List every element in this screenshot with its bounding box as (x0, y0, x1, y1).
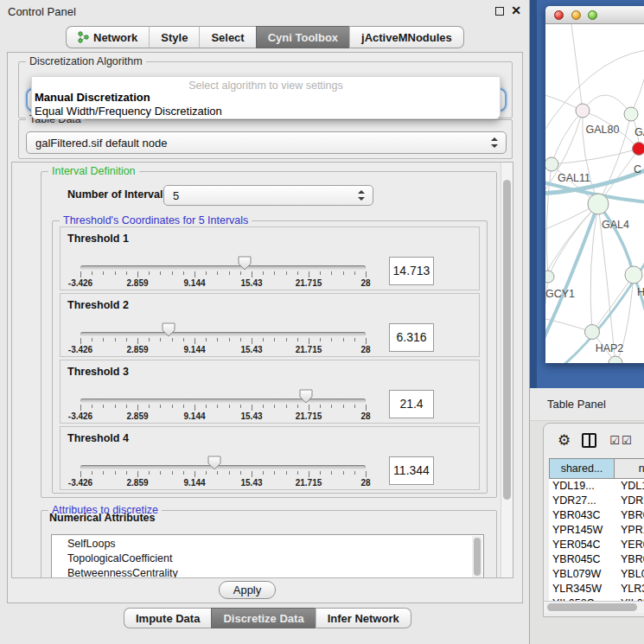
combo-arrows-icon (358, 190, 365, 201)
popup-option-manual-discretization[interactable]: Manual Discretization (35, 91, 150, 104)
threshold-value-field[interactable]: 21.4 (389, 390, 434, 418)
tab-label: Discretize Data (223, 612, 303, 625)
float-window-icon[interactable] (495, 7, 504, 16)
slider-tick (103, 471, 104, 475)
table-horizontal-scrollbar[interactable] (544, 601, 644, 613)
interval-definition-title: Interval Definition (48, 165, 139, 177)
network-node[interactable] (624, 107, 638, 121)
threshold-value-field[interactable]: 6.316 (389, 323, 434, 352)
slider-tick (137, 471, 138, 477)
split-columns-icon[interactable] (582, 433, 596, 448)
slider-tick (274, 271, 275, 275)
scrollbar-thumb[interactable] (547, 603, 637, 611)
threshold-label: Threshold 4 (67, 432, 129, 444)
network-node[interactable] (633, 143, 644, 156)
network-node[interactable] (585, 325, 600, 340)
number-of-intervals-value: 5 (173, 189, 179, 202)
tab-jactivemnodules[interactable]: jActiveMNodules (349, 26, 464, 48)
slider-thumb[interactable] (238, 256, 252, 271)
slider-tick (217, 338, 218, 341)
slider-tick-label: -3.426 (68, 278, 92, 288)
slider-track[interactable] (80, 332, 366, 336)
slider-tick (252, 271, 252, 277)
attribute-item-selfloops[interactable]: SelfLoops (67, 537, 483, 552)
slider-track[interactable] (80, 265, 366, 270)
settings-scrollbar[interactable] (501, 163, 513, 577)
slider-thumb[interactable] (162, 322, 175, 337)
slider-thumb[interactable] (207, 456, 221, 470)
slider-tick (137, 405, 138, 411)
tab-impute-data[interactable]: Impute Data (124, 608, 211, 628)
slider-tick (240, 271, 241, 275)
table-row[interactable]: YBR043CYBR043C (549, 508, 644, 523)
checkbox-checked-icon[interactable]: ☑ (609, 434, 620, 447)
slider-tick-label: -3.426 (68, 478, 92, 488)
network-node[interactable] (588, 194, 609, 214)
tab-infer-network[interactable]: Infer Network (316, 608, 411, 628)
close-icon[interactable]: ✕ (511, 3, 521, 17)
slider-tick (343, 271, 344, 275)
node-label: GAL80 (586, 124, 620, 136)
minimize-traffic-light-icon[interactable] (571, 10, 581, 20)
network-node[interactable] (576, 104, 590, 118)
number-of-intervals-combobox[interactable]: 5 (163, 185, 373, 206)
network-edge (571, 24, 583, 111)
numerical-attributes-label: Numerical Attributes (49, 512, 155, 524)
algorithm-hint-text: Select algorithm to view settings (32, 80, 500, 92)
table-cell: YER054C (615, 538, 644, 552)
column-header-shared-[interactable]: shared... (549, 458, 615, 479)
slider-tick (286, 471, 287, 475)
slider-tick-label: 15.43 (240, 278, 262, 288)
control-panel-tabs: NetworkStyleSelectCyni ToolboxjActiveMNo… (66, 26, 464, 48)
network-node[interactable] (545, 157, 558, 171)
table-data-combobox[interactable]: galFiltered.sif default node (26, 131, 507, 154)
attribute-item-betweennesscentrality[interactable]: BetweennessCentrality (67, 566, 483, 578)
tab-network[interactable]: Network (66, 26, 149, 48)
network-canvas[interactable]: GAL80GACGAL11GAL4GCY1HHAP2 (545, 24, 644, 363)
table-row[interactable]: YBL079WYBL079W (549, 567, 644, 582)
apply-button[interactable]: Apply (219, 581, 276, 599)
table-row[interactable]: YLR345WYLR345W (549, 582, 644, 596)
slider-tick (172, 471, 173, 475)
table-row[interactable]: YER054CYER054C (549, 538, 644, 552)
node-label: HAP2 (596, 342, 624, 354)
network-node[interactable] (545, 271, 554, 283)
table-row[interactable]: YDL19...YDL19... (549, 479, 644, 494)
tab-select[interactable]: Select (199, 26, 255, 48)
column-header-n-[interactable]: n... (615, 458, 644, 479)
slider-tick (137, 271, 138, 277)
attributes-list-scrollbar[interactable] (472, 536, 482, 578)
tab-style[interactable]: Style (149, 26, 199, 48)
popup-option-equal-width-frequency[interactable]: Equal Width/Frequency Discretization (35, 105, 222, 118)
slider-tick (172, 405, 173, 408)
slider-tick (206, 271, 207, 275)
network-window-titlebar[interactable] (545, 6, 644, 24)
slider-tick (149, 471, 150, 475)
slider-tick (115, 338, 116, 341)
tab-discretize-data[interactable]: Discretize Data (211, 608, 315, 628)
network-node[interactable] (609, 356, 622, 363)
slider-tick (194, 471, 195, 477)
slider-track[interactable] (80, 399, 366, 403)
window-title: Control Panel (8, 5, 76, 18)
slider-tick (194, 405, 195, 411)
table-row[interactable]: YBR045CYBR045C (549, 552, 644, 567)
checkbox-checked-icon[interactable]: ☑ (622, 434, 632, 447)
slider-track[interactable] (80, 465, 366, 469)
table-row[interactable]: YPR145WYPR145W (549, 523, 644, 538)
slider-thumb[interactable] (299, 389, 313, 404)
slider-tick-label: 15.43 (240, 345, 262, 354)
threshold-value-field[interactable]: 11.344 (389, 456, 434, 485)
scrollbar-thumb[interactable] (474, 538, 481, 576)
table-row[interactable]: YDR27...YDR27... (549, 494, 644, 508)
network-node[interactable] (625, 266, 642, 284)
threshold-value-field[interactable]: 14.713 (389, 257, 434, 285)
zoom-traffic-light-icon[interactable] (588, 10, 597, 20)
close-traffic-light-icon[interactable] (554, 10, 564, 20)
attribute-item-topologicalcoefficient[interactable]: TopologicalCoefficient (67, 552, 483, 566)
slider-tick (240, 471, 241, 475)
scrollbar-thumb[interactable] (503, 180, 511, 500)
gear-icon[interactable]: ⚙ (558, 431, 571, 450)
numerical-attributes-list[interactable]: SelfLoopsTopologicalCoefficientBetweenne… (51, 534, 484, 578)
tab-cyni-toolbox[interactable]: Cyni Toolbox (256, 26, 349, 48)
